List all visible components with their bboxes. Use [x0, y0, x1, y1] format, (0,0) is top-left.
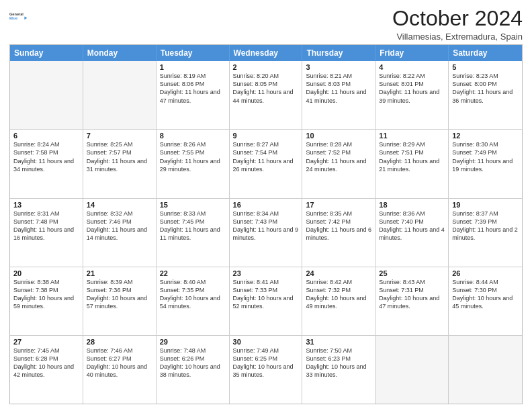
cal-cell-4-2: 29Sunrise: 7:48 AMSunset: 6:26 PMDayligh…: [157, 336, 230, 404]
cell-info: Sunrise: 8:34 AMSunset: 7:43 PMDaylight:…: [233, 210, 299, 242]
cell-info: Sunrise: 8:40 AMSunset: 7:35 PMDaylight:…: [160, 278, 226, 311]
cell-info: Sunrise: 8:29 AMSunset: 7:51 PMDaylight:…: [379, 140, 445, 173]
svg-text:Blue: Blue: [9, 16, 17, 20]
cell-info: Sunrise: 8:44 AMSunset: 7:30 PMDaylight:…: [452, 278, 519, 311]
calendar-row-0: 1Sunrise: 8:19 AMSunset: 8:06 PMDaylight…: [10, 61, 522, 129]
cell-info: Sunrise: 8:39 AMSunset: 7:36 PMDaylight:…: [87, 278, 152, 311]
header-monday: Monday: [83, 45, 157, 61]
cal-cell-0-6: 5Sunrise: 8:23 AMSunset: 8:00 PMDaylight…: [449, 61, 522, 129]
calendar: Sunday Monday Tuesday Wednesday Thursday…: [9, 44, 523, 404]
cal-cell-3-2: 22Sunrise: 8:40 AMSunset: 7:35 PMDayligh…: [157, 267, 230, 335]
cell-info: Sunrise: 8:23 AMSunset: 8:00 PMDaylight:…: [452, 72, 519, 105]
cell-info: Sunrise: 8:35 AMSunset: 7:42 PMDaylight:…: [306, 210, 371, 242]
cell-info: Sunrise: 8:41 AMSunset: 7:33 PMDaylight:…: [233, 278, 299, 311]
day-number: 29: [160, 338, 226, 346]
cell-info: Sunrise: 8:43 AMSunset: 7:31 PMDaylight:…: [379, 278, 445, 311]
day-number: 14: [87, 201, 152, 209]
cal-cell-4-1: 28Sunrise: 7:46 AMSunset: 6:27 PMDayligh…: [83, 336, 157, 404]
svg-marker-2: [24, 16, 27, 19]
day-number: 3: [306, 63, 371, 71]
cal-cell-1-5: 11Sunrise: 8:29 AMSunset: 7:51 PMDayligh…: [375, 130, 449, 197]
cell-info: Sunrise: 8:26 AMSunset: 7:55 PMDaylight:…: [160, 140, 226, 173]
day-number: 10: [306, 132, 371, 140]
cell-info: Sunrise: 7:50 AMSunset: 6:23 PMDaylight:…: [306, 347, 371, 379]
day-number: 15: [160, 201, 226, 209]
cal-cell-0-4: 3Sunrise: 8:21 AMSunset: 8:03 PMDaylight…: [302, 61, 375, 129]
cell-info: Sunrise: 8:33 AMSunset: 7:45 PMDaylight:…: [160, 210, 226, 242]
calendar-row-2: 13Sunrise: 8:31 AMSunset: 7:48 PMDayligh…: [10, 198, 522, 267]
cal-cell-0-3: 2Sunrise: 8:20 AMSunset: 8:05 PMDaylight…: [230, 61, 303, 129]
day-number: 27: [13, 338, 79, 346]
day-number: 23: [233, 269, 299, 277]
day-number: 16: [233, 201, 299, 209]
cell-info: Sunrise: 8:38 AMSunset: 7:38 PMDaylight:…: [13, 278, 79, 311]
calendar-row-3: 20Sunrise: 8:38 AMSunset: 7:38 PMDayligh…: [10, 267, 522, 335]
cell-info: Sunrise: 7:48 AMSunset: 6:26 PMDaylight:…: [160, 347, 226, 379]
cell-info: Sunrise: 8:19 AMSunset: 8:06 PMDaylight:…: [160, 72, 226, 105]
cal-cell-4-0: 27Sunrise: 7:45 AMSunset: 6:28 PMDayligh…: [10, 336, 83, 404]
calendar-row-4: 27Sunrise: 7:45 AMSunset: 6:28 PMDayligh…: [10, 335, 522, 404]
header-sunday: Sunday: [10, 45, 83, 61]
cell-info: Sunrise: 7:46 AMSunset: 6:27 PMDaylight:…: [87, 347, 152, 379]
day-number: 12: [452, 132, 519, 140]
page: GeneralBlue October 2024 Villamesias, Ex…: [0, 0, 532, 411]
cell-info: Sunrise: 8:27 AMSunset: 7:54 PMDaylight:…: [233, 140, 299, 173]
day-number: 28: [87, 338, 152, 346]
cell-info: Sunrise: 8:25 AMSunset: 7:57 PMDaylight:…: [87, 140, 152, 173]
day-number: 20: [13, 269, 79, 277]
cal-cell-0-5: 4Sunrise: 8:22 AMSunset: 8:01 PMDaylight…: [375, 61, 449, 129]
day-number: 21: [87, 269, 152, 277]
cell-info: Sunrise: 8:36 AMSunset: 7:40 PMDaylight:…: [379, 210, 445, 242]
cell-info: Sunrise: 8:32 AMSunset: 7:46 PMDaylight:…: [87, 210, 152, 242]
cal-cell-0-2: 1Sunrise: 8:19 AMSunset: 8:06 PMDaylight…: [157, 61, 230, 129]
cal-cell-3-4: 24Sunrise: 8:42 AMSunset: 7:32 PMDayligh…: [302, 267, 375, 335]
day-number: 18: [379, 201, 445, 209]
cell-info: Sunrise: 8:20 AMSunset: 8:05 PMDaylight:…: [233, 72, 299, 105]
day-number: 11: [379, 132, 445, 140]
header-thursday: Thursday: [302, 45, 375, 61]
cal-cell-3-5: 25Sunrise: 8:43 AMSunset: 7:31 PMDayligh…: [375, 267, 449, 335]
header: GeneralBlue October 2024 Villamesias, Ex…: [9, 7, 523, 42]
cal-cell-3-1: 21Sunrise: 8:39 AMSunset: 7:36 PMDayligh…: [83, 267, 157, 335]
day-number: 8: [160, 132, 226, 140]
day-number: 2: [233, 63, 299, 71]
cal-cell-0-0: [10, 61, 83, 129]
day-number: 19: [452, 201, 519, 209]
day-number: 22: [160, 269, 226, 277]
cell-info: Sunrise: 8:42 AMSunset: 7:32 PMDaylight:…: [306, 278, 371, 311]
cal-cell-1-3: 9Sunrise: 8:27 AMSunset: 7:54 PMDaylight…: [230, 130, 303, 197]
cal-cell-4-3: 30Sunrise: 7:49 AMSunset: 6:25 PMDayligh…: [230, 336, 303, 404]
header-wednesday: Wednesday: [230, 45, 303, 61]
logo: GeneralBlue: [9, 7, 28, 26]
cal-cell-2-2: 15Sunrise: 8:33 AMSunset: 7:45 PMDayligh…: [157, 199, 230, 267]
day-number: 9: [233, 132, 299, 140]
day-number: 25: [379, 269, 445, 277]
cal-cell-1-4: 10Sunrise: 8:28 AMSunset: 7:52 PMDayligh…: [302, 130, 375, 197]
calendar-row-1: 6Sunrise: 8:24 AMSunset: 7:58 PMDaylight…: [10, 129, 522, 197]
cal-cell-2-4: 17Sunrise: 8:35 AMSunset: 7:42 PMDayligh…: [302, 199, 375, 267]
header-friday: Friday: [375, 45, 449, 61]
header-tuesday: Tuesday: [157, 45, 230, 61]
cal-cell-2-6: 19Sunrise: 8:37 AMSunset: 7:39 PMDayligh…: [449, 199, 522, 267]
day-number: 31: [306, 338, 371, 346]
cell-info: Sunrise: 8:21 AMSunset: 8:03 PMDaylight:…: [306, 72, 371, 105]
day-number: 6: [13, 132, 79, 140]
cal-cell-3-0: 20Sunrise: 8:38 AMSunset: 7:38 PMDayligh…: [10, 267, 83, 335]
svg-text:General: General: [9, 12, 24, 16]
cal-cell-4-5: [375, 336, 449, 404]
cal-cell-1-1: 7Sunrise: 8:25 AMSunset: 7:57 PMDaylight…: [83, 130, 157, 197]
cal-cell-1-0: 6Sunrise: 8:24 AMSunset: 7:58 PMDaylight…: [10, 130, 83, 197]
cell-info: Sunrise: 7:49 AMSunset: 6:25 PMDaylight:…: [233, 347, 299, 379]
calendar-body: 1Sunrise: 8:19 AMSunset: 8:06 PMDaylight…: [10, 61, 522, 404]
cell-info: Sunrise: 8:30 AMSunset: 7:49 PMDaylight:…: [452, 140, 519, 173]
cal-cell-0-1: [83, 61, 157, 129]
location: Villamesias, Extremadura, Spain: [392, 32, 523, 42]
day-number: 26: [452, 269, 519, 277]
cal-cell-2-1: 14Sunrise: 8:32 AMSunset: 7:46 PMDayligh…: [83, 199, 157, 267]
day-number: 13: [13, 201, 79, 209]
cal-cell-2-0: 13Sunrise: 8:31 AMSunset: 7:48 PMDayligh…: [10, 199, 83, 267]
day-number: 7: [87, 132, 152, 140]
cell-info: Sunrise: 8:28 AMSunset: 7:52 PMDaylight:…: [306, 140, 371, 173]
cal-cell-3-6: 26Sunrise: 8:44 AMSunset: 7:30 PMDayligh…: [449, 267, 522, 335]
cell-info: Sunrise: 8:37 AMSunset: 7:39 PMDaylight:…: [452, 210, 519, 242]
